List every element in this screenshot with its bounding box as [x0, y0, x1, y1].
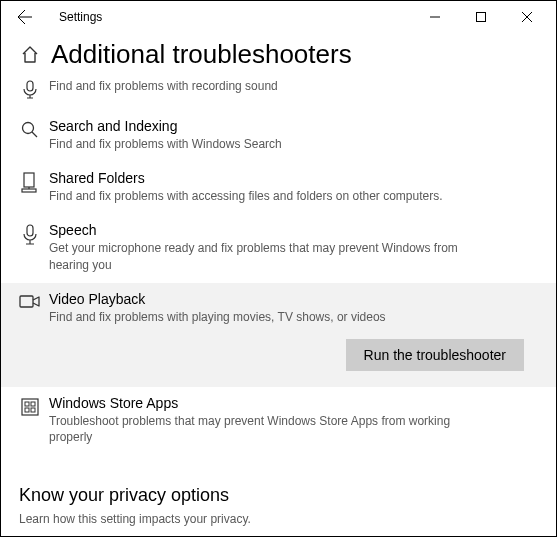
troubleshooter-item-search-indexing[interactable]: Search and Indexing Find and fix problem… — [1, 110, 556, 162]
item-title: Windows Store Apps — [49, 395, 540, 411]
page-header: Additional troubleshooters — [1, 33, 556, 78]
item-desc: Find and fix problems with recording sou… — [49, 78, 479, 94]
item-desc: Get your microphone ready and fix proble… — [49, 240, 479, 272]
svg-rect-13 — [25, 402, 29, 406]
window-controls — [412, 1, 550, 33]
video-icon — [15, 291, 45, 371]
svg-rect-11 — [20, 296, 33, 307]
home-icon[interactable] — [19, 44, 41, 66]
item-desc: Find and fix problems with accessing fil… — [49, 188, 479, 204]
troubleshooter-item-shared-folders[interactable]: Shared Folders Find and fix problems wit… — [1, 162, 556, 214]
troubleshooter-item-speech[interactable]: Speech Get your microphone ready and fix… — [1, 214, 556, 282]
privacy-heading: Know your privacy options — [19, 485, 538, 506]
search-icon — [15, 118, 45, 152]
privacy-section: Know your privacy options Learn how this… — [19, 485, 538, 526]
svg-rect-10 — [27, 225, 33, 236]
svg-rect-15 — [25, 408, 29, 412]
item-title: Search and Indexing — [49, 118, 540, 134]
svg-rect-7 — [24, 173, 34, 187]
troubleshooter-item-recording-audio[interactable]: Recording Audio Find and fix problems wi… — [1, 78, 556, 110]
privacy-text: Learn how this setting impacts your priv… — [19, 512, 538, 526]
item-title: Speech — [49, 222, 540, 238]
minimize-button[interactable] — [412, 1, 458, 33]
shared-folder-icon — [15, 170, 45, 204]
svg-rect-1 — [477, 13, 486, 22]
maximize-button[interactable] — [458, 1, 504, 33]
troubleshooter-item-video-playback[interactable]: Video Playback Find and fix problems wit… — [1, 283, 556, 387]
back-button[interactable] — [13, 5, 37, 29]
svg-rect-12 — [22, 399, 38, 415]
item-desc: Troubleshoot problems that may prevent W… — [49, 413, 479, 445]
item-desc: Find and fix problems with playing movie… — [49, 309, 479, 325]
microphone-icon — [15, 78, 45, 100]
svg-rect-4 — [27, 81, 33, 91]
svg-rect-8 — [22, 189, 36, 192]
item-desc: Find and fix problems with Windows Searc… — [49, 136, 479, 152]
svg-rect-14 — [31, 402, 35, 406]
page-title: Additional troubleshooters — [51, 39, 352, 70]
troubleshooter-item-windows-store-apps[interactable]: Windows Store Apps Troubleshoot problems… — [1, 387, 556, 455]
svg-line-6 — [32, 132, 37, 137]
run-troubleshooter-button[interactable]: Run the troubleshooter — [346, 339, 524, 371]
svg-point-5 — [23, 123, 34, 134]
titlebar: Settings — [1, 1, 556, 33]
close-button[interactable] — [504, 1, 550, 33]
troubleshooter-list: Recording Audio Find and fix problems wi… — [1, 78, 556, 455]
svg-rect-16 — [31, 408, 35, 412]
microphone-icon — [15, 222, 45, 272]
item-title: Video Playback — [49, 291, 540, 307]
app-title: Settings — [59, 10, 102, 24]
store-apps-icon — [15, 395, 45, 445]
item-title: Shared Folders — [49, 170, 540, 186]
